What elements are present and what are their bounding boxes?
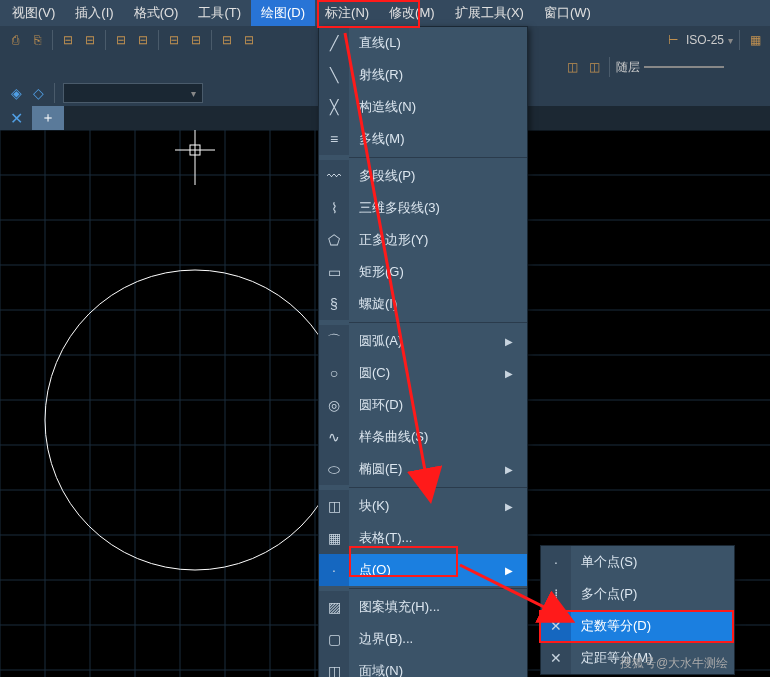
menu-item-boundary[interactable]: ▢边界(B)... <box>319 623 527 655</box>
menu-label: 表格(T)... <box>349 529 519 547</box>
menu-item-point[interactable]: ·点(O)▶ <box>319 554 527 586</box>
toolbar-icon[interactable]: ▦ <box>746 31 764 49</box>
helix-icon: § <box>325 295 343 313</box>
separator <box>105 30 106 50</box>
menu-item-rect[interactable]: ▭矩形(G) <box>319 256 527 288</box>
menu-label: 矩形(G) <box>349 263 519 281</box>
toolbar-icon[interactable]: ⎘ <box>28 31 46 49</box>
menu-label: 单个点(S) <box>571 553 726 571</box>
menu-item-region[interactable]: ◫面域(N) <box>319 655 527 677</box>
polygon-icon: ⬠ <box>325 231 343 249</box>
layer-icon[interactable]: ◈ <box>8 85 24 101</box>
ptm-icon: ⁞ <box>547 585 565 603</box>
menu-label: 螺旋(I) <box>349 295 519 313</box>
pline-icon: 〰 <box>325 167 343 185</box>
draw-menu-dropdown: ╱直线(L)╲射线(R)╳构造线(N)≡多线(M)〰多段线(P)⌇三维多段线(3… <box>318 26 528 677</box>
menu-tools[interactable]: 工具(T) <box>188 0 251 26</box>
menu-express[interactable]: 扩展工具(X) <box>445 0 534 26</box>
toolbar-icon[interactable]: ◫ <box>563 58 581 76</box>
menu-item-block[interactable]: ◫块(K)▶ <box>319 490 527 522</box>
menu-item-donut[interactable]: ◎圆环(D) <box>319 389 527 421</box>
menu-item-mline[interactable]: ≡多线(M) <box>319 123 527 155</box>
layer-indicator: 随层 <box>616 59 640 76</box>
circle-icon: ○ <box>325 364 343 382</box>
measure-icon: ✕ <box>547 649 565 667</box>
menu-draw[interactable]: 绘图(D) <box>251 0 315 26</box>
watermark: 搜狐号@大水牛测绘 <box>620 655 728 672</box>
menu-item-ptm[interactable]: ⁞多个点(P) <box>541 578 734 610</box>
menu-item-ellipse[interactable]: ⬭椭圆(E)▶ <box>319 453 527 485</box>
toolbar-icon[interactable]: ⊟ <box>59 31 77 49</box>
menu-label: 定数等分(D) <box>571 617 726 635</box>
menu-separator <box>349 157 527 158</box>
menu-modify[interactable]: 修改(M) <box>379 0 445 26</box>
menu-label: 构造线(N) <box>349 98 519 116</box>
menu-label: 圆(C) <box>349 364 505 382</box>
block-icon: ◫ <box>325 497 343 515</box>
menu-separator <box>349 588 527 589</box>
point-icon: · <box>325 561 343 579</box>
separator <box>609 57 610 77</box>
ray-icon: ╲ <box>325 66 343 84</box>
table-icon: ▦ <box>325 529 343 547</box>
3dpoly-icon: ⌇ <box>325 199 343 217</box>
layer-dropdown[interactable]: ▾ <box>63 83 203 103</box>
menu-label: 圆弧(A) <box>349 332 505 350</box>
tab-new-button[interactable]: ＋ <box>32 106 64 130</box>
toolbar-icon[interactable]: ⊟ <box>134 31 152 49</box>
menu-item-helix[interactable]: §螺旋(I) <box>319 288 527 320</box>
menu-item-pline[interactable]: 〰多段线(P) <box>319 160 527 192</box>
toolbar-icon[interactable]: ⊟ <box>240 31 258 49</box>
donut-icon: ◎ <box>325 396 343 414</box>
menu-item-ray[interactable]: ╲射线(R) <box>319 59 527 91</box>
menu-item-spline[interactable]: ∿样条曲线(S) <box>319 421 527 453</box>
separator <box>211 30 212 50</box>
menu-item-3dpoly[interactable]: ⌇三维多段线(3) <box>319 192 527 224</box>
submenu-arrow-icon: ▶ <box>505 368 519 379</box>
menu-view[interactable]: 视图(V) <box>2 0 65 26</box>
toolbar-icon[interactable]: ⊟ <box>187 31 205 49</box>
menu-item-line[interactable]: ╱直线(L) <box>319 27 527 59</box>
menu-item-xline[interactable]: ╳构造线(N) <box>319 91 527 123</box>
menu-dimension[interactable]: 标注(N) <box>315 0 379 26</box>
layer-icon[interactable]: ◇ <box>30 85 46 101</box>
menu-item-circle[interactable]: ○圆(C)▶ <box>319 357 527 389</box>
toolbar-icon[interactable]: ◫ <box>585 58 603 76</box>
menu-separator <box>349 322 527 323</box>
line-icon: ╱ <box>325 34 343 52</box>
menu-label: 点(O) <box>349 561 505 579</box>
menu-format[interactable]: 格式(O) <box>124 0 189 26</box>
menu-label: 椭圆(E) <box>349 460 505 478</box>
toolbar-icon[interactable]: ⊟ <box>165 31 183 49</box>
toolbar-icon[interactable]: ⎙ <box>6 31 24 49</box>
ellipse-icon: ⬭ <box>325 460 343 478</box>
toolbar-icon[interactable]: ⊟ <box>81 31 99 49</box>
menu-label: 正多边形(Y) <box>349 231 519 249</box>
menu-item-pt1[interactable]: ·单个点(S) <box>541 546 734 578</box>
boundary-icon: ▢ <box>325 630 343 648</box>
menu-insert[interactable]: 插入(I) <box>65 0 123 26</box>
menu-label: 直线(L) <box>349 34 519 52</box>
menu-label: 样条曲线(S) <box>349 428 519 446</box>
submenu-arrow-icon: ▶ <box>505 464 519 475</box>
menu-item-polygon[interactable]: ⬠正多边形(Y) <box>319 224 527 256</box>
menu-item-hatch[interactable]: ▨图案填充(H)... <box>319 591 527 623</box>
menu-label: 图案填充(H)... <box>349 598 519 616</box>
menu-item-table[interactable]: ▦表格(T)... <box>319 522 527 554</box>
menu-label: 圆环(D) <box>349 396 519 414</box>
dim-icon[interactable]: ⊢ <box>664 31 682 49</box>
dim-style-dropdown[interactable]: ISO-25 <box>686 33 724 47</box>
divide-icon: ✕ <box>547 617 565 635</box>
linetype-preview <box>644 66 724 68</box>
menu-label: 多个点(P) <box>571 585 726 603</box>
toolbar-icon[interactable]: ⊟ <box>112 31 130 49</box>
cursor <box>175 130 215 185</box>
menu-item-divide[interactable]: ✕定数等分(D) <box>541 610 734 642</box>
toolbar-icon[interactable]: ⊟ <box>218 31 236 49</box>
menu-window[interactable]: 窗口(W) <box>534 0 601 26</box>
separator <box>52 30 53 50</box>
mline-icon: ≡ <box>325 130 343 148</box>
tab-close-button[interactable]: ✕ <box>0 106 32 130</box>
menu-separator <box>349 487 527 488</box>
menu-item-arc[interactable]: ⌒圆弧(A)▶ <box>319 325 527 357</box>
